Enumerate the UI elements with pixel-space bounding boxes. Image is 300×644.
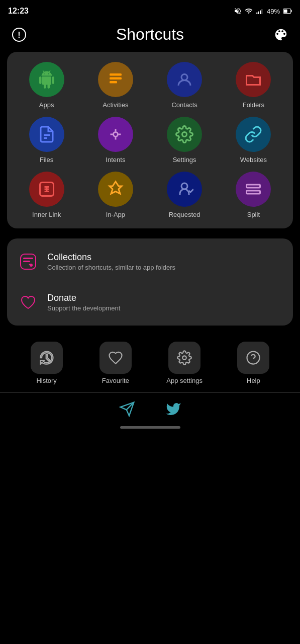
palette-icon: [273, 27, 288, 42]
bottom-nav-history[interactable]: History: [22, 342, 72, 384]
activities-icon: [107, 70, 125, 89]
appsettings-icon-box: [168, 342, 201, 374]
innerlink-label: Inner Link: [32, 211, 61, 218]
bottom-nav: History Favourite App settings Help: [7, 336, 293, 388]
apps-label: Apps: [39, 101, 54, 109]
svg-rect-11: [110, 81, 117, 84]
settings-icon-circle: [167, 117, 202, 152]
svg-rect-0: [256, 13, 257, 14]
info-button[interactable]: !: [10, 26, 28, 44]
twitter-button[interactable]: [165, 401, 181, 417]
grid-item-websites[interactable]: Websites: [226, 117, 281, 164]
grid-row-1: Apps Activities Contacts: [12, 62, 288, 109]
donate-icon: [17, 291, 39, 313]
battery-text: 49%: [267, 8, 280, 15]
inapp-label: In-App: [106, 211, 125, 218]
svg-point-34: [247, 352, 260, 364]
websites-label: Websites: [240, 156, 267, 164]
donate-subtitle: Support the development: [47, 304, 120, 312]
list-item-donate[interactable]: Donate Support the development: [7, 282, 293, 323]
split-icon: [244, 180, 262, 198]
svg-rect-3: [261, 9, 262, 14]
svg-rect-10: [110, 77, 122, 80]
svg-rect-6: [291, 10, 292, 13]
contacts-label: Contacts: [171, 101, 197, 109]
grid-item-activities[interactable]: Activities: [88, 62, 143, 109]
donate-title: Donate: [47, 293, 120, 303]
favourite-icon-box: [99, 342, 132, 374]
history-icon-box: [31, 342, 63, 374]
svg-point-20: [182, 132, 187, 137]
innerlink-icon: [38, 180, 56, 198]
collections-title: Collections: [47, 252, 175, 263]
help-icon: [246, 350, 261, 365]
collections-text: Collections Collection of shortcuts, sim…: [47, 252, 175, 271]
settings-label: Settings: [173, 156, 196, 164]
bottom-nav-favourite[interactable]: Favourite: [90, 342, 141, 384]
grid-item-requested[interactable]: Requested: [157, 172, 212, 218]
svg-point-19: [113, 132, 118, 137]
donate-text: Donate Support the development: [47, 293, 120, 312]
contacts-icon-circle: [167, 62, 202, 97]
files-icon-circle: [29, 117, 64, 152]
websites-icon: [244, 125, 262, 143]
grid-item-innerlink[interactable]: Inner Link: [19, 172, 74, 218]
history-label: History: [36, 377, 56, 384]
activities-icon-circle: [98, 62, 133, 97]
contacts-icon: [175, 70, 193, 89]
svg-rect-5: [284, 10, 287, 13]
signal-icon: [256, 7, 264, 15]
send-button[interactable]: [119, 401, 135, 417]
intents-label: Intents: [106, 156, 125, 164]
list-card: Collections Collection of shortcuts, sim…: [7, 238, 293, 326]
svg-rect-28: [247, 191, 260, 194]
grid-item-split[interactable]: Split: [226, 172, 281, 218]
favourite-icon: [108, 350, 123, 365]
svg-rect-30: [23, 258, 33, 259]
palette-button[interactable]: [272, 26, 290, 44]
intents-icon-circle: [98, 117, 133, 152]
folders-icon-circle: [236, 62, 271, 97]
appsettings-icon: [177, 350, 192, 365]
home-indicator-bar: [120, 426, 180, 429]
status-time: 12:23: [8, 7, 29, 16]
appsettings-label: App settings: [166, 377, 203, 384]
grid-item-inapp[interactable]: In-App: [88, 172, 143, 218]
requested-icon-circle: [167, 172, 202, 207]
status-bar: 12:23 49%: [0, 0, 300, 20]
shortcuts-grid-card: Apps Activities Contacts: [7, 52, 293, 228]
twitter-icon: [165, 401, 181, 417]
bottom-nav-help[interactable]: Help: [228, 342, 278, 384]
svg-point-12: [181, 74, 187, 80]
files-label: Files: [40, 156, 53, 164]
requested-icon: [175, 180, 193, 198]
help-icon-box: [237, 342, 269, 374]
status-icons: 49%: [234, 7, 292, 15]
wifi-icon: [245, 7, 253, 15]
files-icon: [38, 125, 56, 143]
history-icon: [39, 350, 54, 365]
inapp-icon-circle: [98, 172, 133, 207]
grid-item-files[interactable]: Files: [19, 117, 74, 164]
grid-item-contacts[interactable]: Contacts: [157, 62, 212, 109]
list-item-collections[interactable]: Collections Collection of shortcuts, sim…: [7, 242, 293, 282]
folders-icon: [244, 70, 262, 89]
grid-item-intents[interactable]: Intents: [88, 117, 143, 164]
settings-icon: [175, 125, 193, 143]
action-bar: [0, 392, 300, 422]
split-icon-circle: [236, 172, 271, 207]
page-title: Shortcuts: [116, 25, 184, 44]
collections-icon: [17, 251, 39, 273]
requested-label: Requested: [169, 211, 201, 218]
innerlink-icon-circle: [29, 172, 64, 207]
split-label: Split: [247, 211, 260, 218]
intents-icon: [107, 125, 125, 143]
grid-item-settings[interactable]: Settings: [157, 117, 212, 164]
collections-subtitle: Collection of shortcuts, similar to app …: [47, 264, 175, 271]
grid-row-3: Inner Link In-App Requested: [12, 172, 288, 218]
grid-item-apps[interactable]: Apps: [19, 62, 74, 109]
svg-text:!: !: [18, 31, 20, 39]
bottom-nav-appsettings[interactable]: App settings: [159, 342, 210, 384]
grid-item-folders[interactable]: Folders: [226, 62, 281, 109]
apps-icon-circle: [29, 62, 64, 97]
